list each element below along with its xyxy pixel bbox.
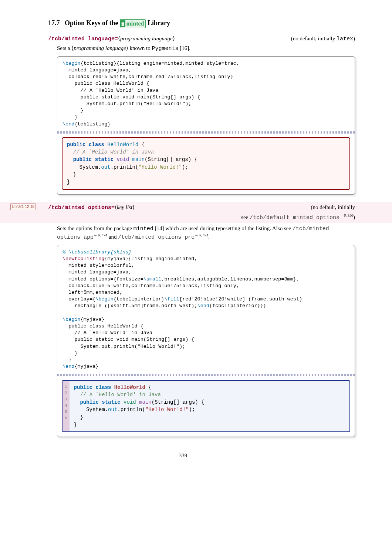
output-listing-red: public class HelloWorld { // A `Hello Wo… xyxy=(62,137,350,190)
option-key-heading: /tcb/minted language=⟨programming langua… xyxy=(48,35,355,43)
box-separator xyxy=(57,131,355,134)
option-key-block-2: U 2021-12-15 /tcb/minted options=⟨key li… xyxy=(0,202,392,223)
output-listing-blue: 1 2 3 4 5 6 public class HelloWorld { //… xyxy=(62,380,350,433)
library-badge: ≣minted xyxy=(120,19,146,28)
key-arg: key list xyxy=(117,204,132,210)
section-title-post: Library xyxy=(148,19,170,27)
key-eq: = xyxy=(115,36,118,42)
lib-name: minted xyxy=(125,20,145,27)
example-box-2: % \tcbuselibrary{skins} \newtcblisting{m… xyxy=(57,245,355,437)
example-box-1: \begin{tcblisting}{listing engine=minted… xyxy=(57,56,355,195)
section-heading: 17.7 Option Keys of the ≣minted Library xyxy=(48,18,355,28)
code-area: public class HelloWorld { // A `Hello Wo… xyxy=(70,381,209,432)
box-separator xyxy=(57,374,355,376)
source-listing: \begin{tcblisting}{listing engine=minted… xyxy=(57,57,355,131)
section-title-pre: Option Keys of the xyxy=(65,19,120,27)
page-number: 339 xyxy=(11,452,355,460)
line-number-gutter: 1 2 3 4 5 6 xyxy=(62,381,70,432)
key-name: /tcb/minted options xyxy=(48,205,111,211)
key-default: (no default, initially latex) xyxy=(291,35,355,43)
key-name: /tcb/minted language xyxy=(48,36,115,42)
key-default-line2: see /tcb/default minted options→ P. 340) xyxy=(48,213,355,222)
key-description: Sets a ⟨programming language⟩ known to P… xyxy=(57,44,355,53)
update-badge: U 2021-12-15 xyxy=(10,204,36,210)
source-listing-2: % \tcbuselibrary{skins} \newtcblisting{m… xyxy=(57,245,355,374)
key-arg: programming language xyxy=(120,36,173,41)
key-description-2: Sets the options from the package minted… xyxy=(57,225,355,241)
key-default: (no default, initially xyxy=(311,204,355,211)
lib-icon: ≣ xyxy=(120,20,125,27)
section-number: 17.7 xyxy=(48,19,60,27)
